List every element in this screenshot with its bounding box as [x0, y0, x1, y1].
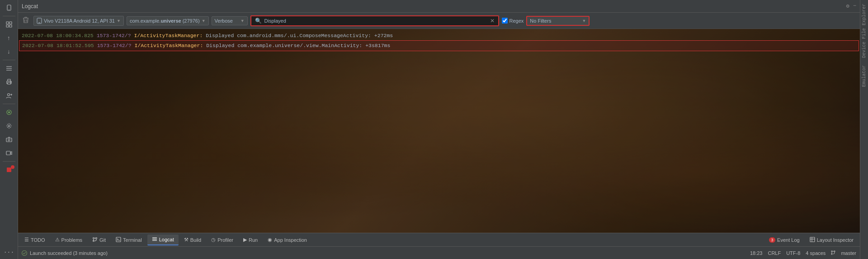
svg-rect-1	[9, 10, 9, 10]
tab-run[interactable]: ▶ Run	[239, 235, 262, 245]
log-area: 2022-07-08 18:00:34.825 1573-1742/? I/Ac…	[18, 29, 860, 233]
minimize-title-icon[interactable]: −	[853, 3, 856, 10]
tab-terminal-label: Terminal	[123, 237, 142, 243]
tab-todo[interactable]: ☰ TODO	[20, 235, 50, 245]
up-icon[interactable]: ↑	[2, 32, 16, 44]
log-line[interactable]: 2022-07-08 18:00:34.825 1573-1742/? I/Ac…	[19, 31, 859, 40]
user-add-icon[interactable]	[2, 89, 16, 102]
event-log-button[interactable]: 3 Event Log	[764, 235, 804, 245]
search-input[interactable]	[264, 18, 487, 24]
log-message: Displayed com.example.universe/.view.Mai…	[206, 43, 390, 48]
check-icon	[22, 250, 27, 256]
process-pid: (27976)	[183, 18, 200, 24]
git-branch-icon	[831, 250, 835, 256]
search-icon: 🔍	[255, 18, 262, 24]
svg-point-13	[7, 94, 9, 96]
tab-build-label: Build	[190, 237, 201, 243]
process-label: com.example.universe (27976)	[130, 18, 200, 24]
svg-point-12	[10, 82, 11, 82]
toolbar-row: Vivo V2118A Android 12, API 31 ▼ com.exa…	[18, 13, 860, 29]
svg-point-17	[8, 111, 10, 113]
svg-rect-5	[9, 25, 12, 27]
status-left: Launch succeeded (3 minutes ago)	[22, 250, 750, 256]
tab-logcat-label: Logcat	[159, 237, 174, 242]
bottom-tabs: ☰ TODO ⚠ Problems Git	[18, 233, 860, 246]
title-bar: Logcat ⚙ −	[18, 0, 860, 13]
stop-record-icon[interactable]	[2, 163, 16, 176]
android-studio-icon[interactable]	[2, 106, 16, 119]
svg-point-38	[22, 250, 27, 255]
svg-point-20	[8, 139, 10, 141]
log-level-selector[interactable]: Verbose ▼	[212, 16, 248, 25]
event-log-badge: 3	[769, 237, 775, 243]
title-icons: ⚙ −	[846, 3, 856, 10]
regex-checkbox[interactable]	[502, 18, 508, 24]
tab-git[interactable]: Git	[88, 235, 110, 245]
settings-title-icon[interactable]: ⚙	[846, 3, 849, 10]
svg-point-40	[834, 250, 835, 251]
svg-point-27	[93, 237, 94, 239]
search-field: 🔍 ✕	[250, 15, 499, 26]
event-log-label: Event Log	[777, 237, 800, 243]
device-label: Vivo V2118A Android 12, API 31	[44, 18, 115, 24]
log-line[interactable]: 2022-07-08 18:01:52.595 1573-1742/? I/Ac…	[19, 40, 859, 51]
status-message: Launch succeeded (3 minutes ago)	[30, 250, 108, 256]
svg-rect-19	[6, 138, 12, 142]
svg-rect-3	[9, 22, 12, 24]
tab-terminal[interactable]: Terminal	[111, 235, 146, 245]
process-dropdown-arrow: ▼	[202, 19, 206, 23]
tab-logcat[interactable]: Logcat	[147, 235, 179, 245]
svg-rect-4	[6, 25, 9, 27]
profiler-icon: ◷	[211, 237, 216, 243]
git-icon	[92, 237, 98, 243]
run-icon: ▶	[243, 237, 247, 243]
git-branch-label[interactable]: master	[841, 250, 856, 256]
tab-todo-label: TODO	[31, 237, 45, 243]
more-options-icon[interactable]: ···	[2, 246, 16, 259]
status-right: 18:23 CRLF UTF-8 4 spaces master	[750, 250, 856, 256]
filter-selector[interactable]: No Filters ▼	[526, 16, 590, 26]
status-line-ending[interactable]: CRLF	[768, 250, 781, 256]
layout-inspector-button[interactable]: Layout Inspector	[805, 235, 858, 245]
tab-app-inspection[interactable]: ◉ App Inspection	[263, 235, 311, 245]
device-file-explorer-panel[interactable]: Device File Explorer	[862, 0, 867, 62]
terminal-icon	[116, 237, 121, 243]
log-message: Displayed com.android.mms/.ui.ComposeMes…	[206, 33, 393, 38]
clear-search-icon[interactable]: ✕	[490, 18, 495, 24]
status-indent[interactable]: 4 spaces	[806, 250, 826, 256]
log-timestamp: 2022-07-08 18:00:34.825	[22, 33, 94, 38]
phone-icon[interactable]	[2, 1, 16, 14]
verbose-label: Verbose	[215, 18, 233, 24]
process-selector[interactable]: com.example.universe (27976) ▼	[127, 16, 209, 25]
svg-rect-2	[6, 22, 9, 24]
tab-profiler[interactable]: ◷ Profiler	[207, 235, 238, 245]
separator-1	[3, 16, 15, 16]
device-selector[interactable]: Vivo V2118A Android 12, API 31 ▼	[33, 16, 124, 26]
log-pid: 1573-1742/?	[97, 33, 131, 38]
logcat-icon	[152, 236, 157, 243]
emulator-panel[interactable]: Emulator	[862, 62, 867, 91]
tab-app-inspection-label: App Inspection	[274, 237, 307, 243]
log-pid: 1573-1742/?	[97, 43, 132, 48]
todo-icon: ☰	[24, 237, 29, 243]
camera-icon[interactable]	[2, 133, 16, 146]
filter-label: No Filters	[530, 18, 551, 24]
regex-option[interactable]: Regex	[502, 18, 524, 24]
tab-problems[interactable]: ⚠ Problems	[51, 235, 87, 245]
video-icon[interactable]	[2, 147, 16, 159]
tab-build[interactable]: ⚒ Build	[179, 235, 206, 245]
down-icon[interactable]: ↓	[2, 45, 16, 58]
print-icon[interactable]	[2, 76, 16, 88]
structure-icon[interactable]	[2, 62, 16, 75]
layout-inspector-icon	[810, 237, 815, 243]
tab-problems-label: Problems	[61, 237, 82, 243]
settings-gear-icon[interactable]	[2, 120, 16, 132]
log-timestamp: 2022-07-08 18:01:52.595	[22, 43, 94, 48]
layout-inspector-label: Layout Inspector	[817, 237, 854, 243]
status-time: 18:23	[750, 250, 763, 256]
status-charset[interactable]: UTF-8	[786, 250, 800, 256]
resource-manager-icon[interactable]	[2, 18, 16, 31]
clear-logcat-icon[interactable]	[21, 16, 31, 25]
build-icon: ⚒	[184, 237, 189, 243]
svg-point-18	[8, 125, 10, 127]
